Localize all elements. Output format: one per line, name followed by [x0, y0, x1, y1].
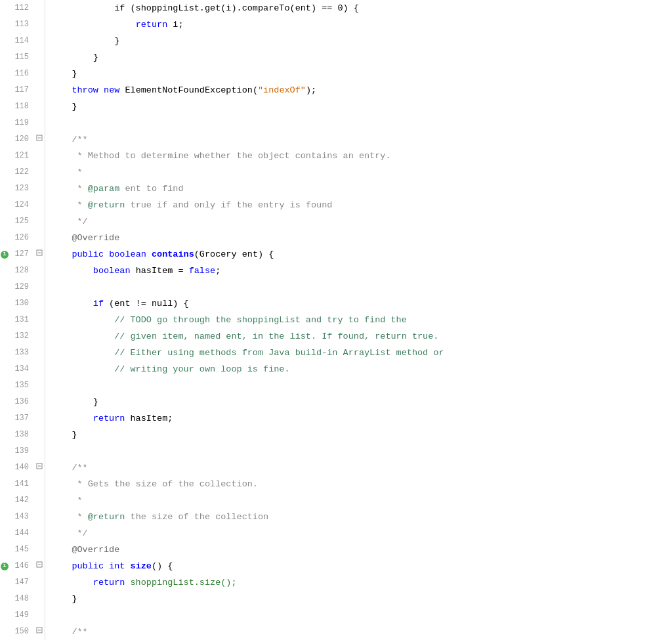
token: } — [51, 33, 119, 49]
gutter-row: 114 — [0, 33, 45, 49]
line-number: 136 — [9, 394, 34, 410]
token: false — [189, 263, 216, 279]
gutter-row: 123 — [0, 181, 45, 197]
token: if — [93, 295, 104, 312]
token: true if and only if the entry is found — [125, 197, 332, 213]
gutter-row: 140 — [0, 459, 45, 476]
fold-icon[interactable] — [34, 131, 45, 148]
code-line: // writing your own loop is fine. — [51, 361, 672, 377]
token — [125, 558, 130, 574]
gutter-row: 141 — [0, 476, 45, 492]
token: the size of the collection — [125, 509, 268, 525]
gutter-row: 142 — [0, 492, 45, 509]
code-line: public boolean contains(Grocery ent) { — [51, 246, 672, 263]
token — [51, 558, 72, 574]
token: * — [51, 181, 88, 197]
line-number: 115 — [9, 49, 34, 66]
code-line: */ — [51, 525, 672, 542]
token: if (shoppingList.get(i).compareTo(ent) =… — [51, 0, 359, 16]
code-line: } — [51, 394, 672, 410]
line-number: 118 — [9, 98, 34, 115]
line-number: 139 — [9, 443, 34, 459]
line-number: 126 — [9, 230, 34, 246]
code-line: boolean hasItem = false; — [51, 263, 672, 279]
token: () { — [152, 558, 173, 574]
gutter-row: 128 — [0, 263, 45, 279]
token — [104, 558, 109, 574]
code-line: * — [51, 164, 672, 181]
gutter-row: 149 — [0, 607, 45, 624]
gutter-row: 131 — [0, 312, 45, 328]
token: // given item, named ent, in the list. I… — [51, 328, 438, 345]
code-line: /** — [51, 131, 672, 148]
line-number: 149 — [9, 607, 34, 624]
token: hasItem = — [131, 263, 189, 279]
gutter-row: 133 — [0, 345, 45, 361]
code-line: if (ent != null) { — [51, 295, 672, 312]
token: } — [51, 591, 77, 607]
token: * — [51, 197, 88, 213]
token — [98, 82, 104, 98]
gutter-row: 112 — [0, 0, 45, 16]
token: int — [109, 558, 125, 574]
line-number: 147 — [9, 574, 34, 591]
token: } — [51, 66, 77, 82]
code-line — [51, 607, 672, 624]
token: @return — [88, 509, 125, 525]
code-line: * @param ent to find — [51, 181, 672, 197]
fold-icon[interactable] — [34, 246, 45, 263]
code-line: * Method to determine whether the object… — [51, 148, 672, 164]
line-number: 142 — [9, 492, 34, 509]
line-number: 127 — [9, 246, 34, 263]
token: * Gets the size of the collection. — [51, 476, 258, 492]
token: public — [72, 246, 104, 263]
token: ; — [215, 263, 220, 279]
token — [104, 246, 109, 263]
gutter-row: 113 — [0, 16, 45, 33]
token: @Override — [51, 542, 119, 558]
code-line: * @return true if and only if the entry … — [51, 197, 672, 213]
code-line: public int size() { — [51, 558, 672, 574]
line-number: 141 — [9, 476, 34, 492]
code-line: @Override — [51, 230, 672, 246]
code-line: // Either using methods from Java build-… — [51, 345, 672, 361]
token — [51, 16, 136, 33]
line-number: 122 — [9, 164, 34, 181]
fold-icon[interactable] — [34, 459, 45, 476]
code-area[interactable]: if (shoppingList.get(i).compareTo(ent) =… — [45, 0, 672, 640]
gutter-row: 139 — [0, 443, 45, 459]
gutter-row: i127 — [0, 246, 45, 263]
gutter-row: 148 — [0, 591, 45, 607]
info-dot[interactable]: i — [1, 251, 9, 259]
fold-icon[interactable] — [34, 558, 45, 574]
gutter-row: 134 — [0, 361, 45, 377]
token: * Method to determine whether the object… — [51, 148, 390, 164]
code-line: } — [51, 591, 672, 607]
info-dot[interactable]: i — [1, 563, 9, 570]
line-number: 129 — [9, 279, 34, 295]
gutter-row: 116 — [0, 66, 45, 82]
code-line: } — [51, 98, 672, 115]
token: ElementNotFoundException( — [119, 82, 258, 98]
token: public — [72, 558, 104, 574]
line-number: 124 — [9, 197, 34, 213]
token: to find — [141, 181, 184, 197]
code-line: /** — [51, 624, 672, 640]
token: return — [136, 16, 168, 33]
token — [51, 263, 93, 279]
gutter-row: 147 — [0, 574, 45, 591]
fold-icon[interactable] — [34, 624, 45, 640]
token: } — [51, 427, 77, 443]
token: contains — [152, 246, 194, 263]
gutter-row: 132 — [0, 328, 45, 345]
code-line — [51, 115, 672, 131]
line-number: 125 — [9, 213, 34, 230]
line-number: 138 — [9, 427, 34, 443]
line-number: 114 — [9, 33, 34, 49]
gutter-row: 145 — [0, 542, 45, 558]
gutter-row: 138 — [0, 427, 45, 443]
token — [51, 82, 72, 98]
code-line — [51, 279, 672, 295]
line-number: 112 — [9, 0, 34, 16]
line-number: 121 — [9, 148, 34, 164]
